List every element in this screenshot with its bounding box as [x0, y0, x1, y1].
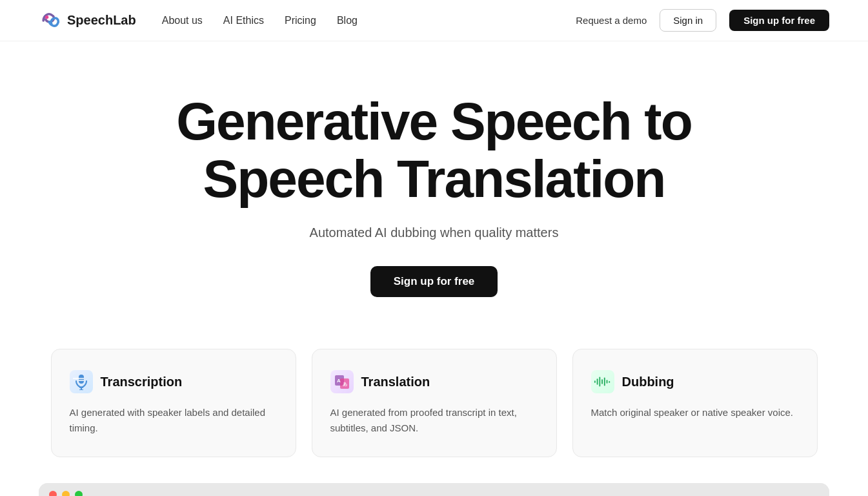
nav-link-blog[interactable]: Blog: [337, 15, 358, 26]
navbar-right: Request a demo Sign in Sign up for free: [576, 9, 829, 32]
transcription-card-desc: AI generated with speaker labels and det…: [70, 405, 278, 436]
hero-cta-button[interactable]: Sign up for free: [370, 266, 498, 297]
window-dot-red: [49, 491, 57, 496]
svg-rect-14: [603, 378, 605, 386]
svg-rect-13: [601, 379, 603, 384]
window-dot-yellow: [62, 491, 70, 496]
nav-item-blog[interactable]: Blog: [337, 15, 358, 26]
logo-link[interactable]: SpeechLab: [39, 9, 136, 32]
nav-item-pricing[interactable]: Pricing: [285, 15, 316, 26]
cards-section: Transcription AI generated with speaker …: [0, 336, 868, 483]
dubbing-card-header: Dubbing: [591, 370, 799, 393]
signup-button[interactable]: Sign up for free: [729, 10, 829, 31]
nav-link-pricing[interactable]: Pricing: [285, 15, 316, 26]
dubbing-icon: [591, 370, 614, 393]
translation-icon: A あ: [330, 370, 354, 393]
dubbing-card-title: Dubbing: [622, 375, 674, 389]
preview-titlebar: [39, 483, 829, 496]
request-demo-button[interactable]: Request a demo: [576, 15, 647, 26]
translation-card-desc: AI generated from proofed transcript in …: [330, 405, 538, 436]
nav-item-ai-ethics[interactable]: AI Ethics: [223, 15, 264, 26]
transcription-card: Transcription AI generated with speaker …: [51, 349, 296, 457]
signin-button[interactable]: Sign in: [660, 9, 716, 32]
svg-rect-15: [606, 380, 607, 384]
svg-rect-1: [79, 375, 84, 384]
hero-subtitle: Automated AI dubbing when quality matter…: [310, 225, 559, 240]
navbar: SpeechLab About us AI Ethics Pricing Blo…: [0, 0, 868, 41]
logo-text: SpeechLab: [67, 13, 136, 28]
svg-text:A: A: [337, 378, 341, 384]
dubbing-card-desc: Match original speaker or native speaker…: [591, 405, 799, 420]
translation-card-title: Translation: [361, 375, 430, 389]
svg-point-0: [45, 15, 48, 18]
hero-title: Generative Speech to Speech Translation: [170, 93, 699, 207]
transcription-card-header: Transcription: [70, 370, 278, 393]
navbar-left: SpeechLab About us AI Ethics Pricing Blo…: [39, 9, 358, 32]
svg-rect-12: [599, 377, 600, 387]
translation-card: A あ Translation AI generated from proofe…: [312, 349, 557, 457]
window-dot-green: [75, 491, 83, 496]
nav-link-ai-ethics[interactable]: AI Ethics: [223, 15, 264, 26]
svg-text:あ: あ: [343, 382, 347, 387]
transcription-card-title: Transcription: [101, 375, 183, 389]
nav-links: About us AI Ethics Pricing Blog: [162, 15, 358, 26]
transcription-icon: [70, 370, 93, 393]
svg-rect-10: [594, 380, 595, 383]
svg-rect-11: [596, 378, 598, 384]
svg-rect-16: [609, 381, 610, 383]
hero-section: Generative Speech to Speech Translation …: [0, 41, 868, 336]
preview-window: Credit balance Get more credits i: [39, 483, 829, 496]
nav-link-about[interactable]: About us: [162, 15, 203, 26]
translation-card-header: A あ Translation: [330, 370, 538, 393]
dubbing-card: Dubbing Match original speaker or native…: [572, 349, 818, 457]
preview-section: Credit balance Get more credits i: [0, 483, 868, 496]
logo-icon: [39, 9, 62, 32]
nav-item-about[interactable]: About us: [162, 15, 203, 26]
